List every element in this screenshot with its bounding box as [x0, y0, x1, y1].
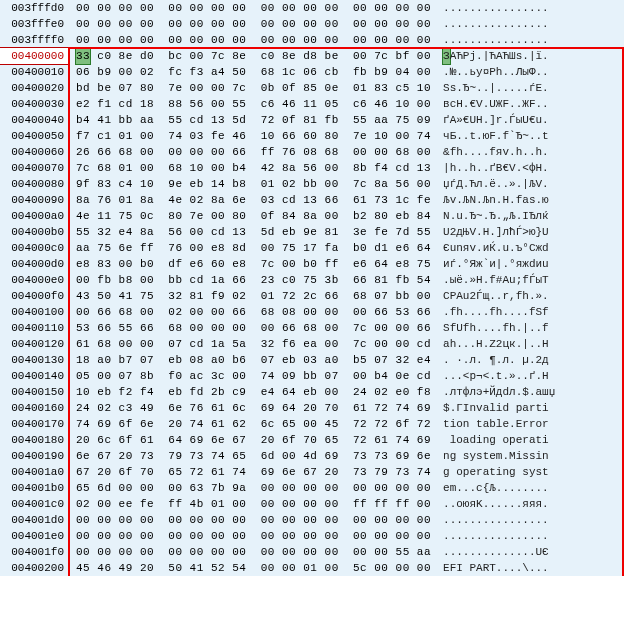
address-cell[interactable]: 00400190 [0, 448, 68, 464]
address-cell[interactable]: 00400160 [0, 400, 68, 416]
ascii-cell[interactable]: ................ [439, 18, 549, 30]
hex-row[interactable]: 0040006026 66 68 00 00 00 00 66 ff 76 08… [0, 144, 624, 160]
hex-bytes[interactable]: 00 00 00 00 00 00 00 00 00 00 00 00 00 0… [68, 546, 439, 558]
address-cell[interactable]: 003ffff0 [0, 32, 68, 48]
hex-row[interactable]: 004001906e 67 20 73 79 73 74 65 6d 00 4d… [0, 448, 624, 464]
ascii-cell[interactable]: Єunяv.иЌ.u.ъ°Сжd [439, 242, 549, 254]
hex-bytes[interactable]: 00 66 68 00 02 00 00 66 68 08 00 00 00 6… [68, 306, 439, 318]
ascii-cell[interactable]: .лтфлэ+Йдdл.$.ашџ [439, 386, 555, 398]
hex-row[interactable]: 0040010000 66 68 00 02 00 00 66 68 08 00… [0, 304, 624, 320]
hex-bytes[interactable]: 10 eb f2 f4 eb fd 2b c9 e4 64 eb 00 24 0… [68, 386, 439, 398]
ascii-cell[interactable]: ...<р¬<.t.»..ґ.Н [439, 370, 549, 382]
ascii-cell[interactable]: ................ [439, 530, 549, 542]
ascii-cell[interactable]: em...c{Љ........ [439, 482, 549, 494]
hex-bytes[interactable]: 33 c0 8e d0 bc 00 7c 8e c0 8e d8 be 00 7… [68, 50, 439, 62]
address-cell[interactable]: 004000a0 [0, 208, 68, 224]
address-cell[interactable]: 00400080 [0, 176, 68, 192]
address-cell[interactable]: 00400140 [0, 368, 68, 384]
hex-bytes[interactable]: 26 66 68 00 00 00 00 66 ff 76 08 68 00 0… [68, 146, 439, 158]
address-cell[interactable]: 003fffd0 [0, 0, 68, 16]
hex-row[interactable]: 004000a04e 11 75 0c 80 7e 00 80 0f 84 8a… [0, 208, 624, 224]
hex-bytes[interactable]: e2 f1 cd 18 88 56 00 55 c6 46 11 05 c6 4… [68, 98, 439, 110]
address-cell[interactable]: 00400050 [0, 128, 68, 144]
address-cell[interactable]: 004001a0 [0, 464, 68, 480]
address-cell[interactable]: 00400040 [0, 112, 68, 128]
hex-bytes[interactable]: 24 02 c3 49 6e 76 61 6c 69 64 20 70 61 7… [68, 402, 439, 414]
hex-row[interactable]: 004000e000 fb b8 00 bb cd 1a 66 23 c0 75… [0, 272, 624, 288]
hex-row[interactable]: 0040012061 68 00 00 07 cd 1a 5a 32 f6 ea… [0, 336, 624, 352]
hex-bytes[interactable]: 8a 76 01 8a 4e 02 8a 6e 03 cd 13 66 61 7… [68, 194, 439, 206]
ascii-cell[interactable]: ..............UЄ [439, 546, 549, 558]
ascii-cell[interactable]: ґA»€UН.]r.ЃыU€u. [439, 114, 549, 126]
hex-bytes[interactable]: 05 00 07 8b f0 ac 3c 00 74 09 bb 07 00 b… [68, 370, 439, 382]
hex-bytes[interactable]: 18 a0 b7 07 eb 08 a0 b6 07 eb 03 a0 b5 0… [68, 354, 439, 366]
ascii-cell[interactable]: g operating syst [439, 466, 549, 478]
hex-row[interactable]: 0040015010 eb f2 f4 eb fd 2b c9 e4 64 eb… [0, 384, 624, 400]
hex-bytes[interactable]: aa 75 6e ff 76 00 e8 8d 00 75 17 fa b0 d… [68, 242, 439, 254]
hex-bytes[interactable]: 67 20 6f 70 65 72 61 74 69 6e 67 20 73 7… [68, 466, 439, 478]
hex-row[interactable]: 004001e000 00 00 00 00 00 00 00 00 00 00… [0, 528, 624, 544]
hex-row[interactable]: 00400040b4 41 bb aa 55 cd 13 5d 72 0f 81… [0, 112, 624, 128]
hex-bytes[interactable]: 06 b9 00 02 fc f3 a4 50 68 1c 06 cb fb b… [68, 66, 439, 78]
hex-bytes[interactable]: 61 68 00 00 07 cd 1a 5a 32 f6 ea 00 7c 0… [68, 338, 439, 350]
address-cell[interactable]: 003fffe0 [0, 16, 68, 32]
ascii-cell[interactable]: $.ГInvalid parti [439, 402, 549, 414]
hex-row[interactable]: 0040011053 66 55 66 68 00 00 00 00 66 68… [0, 320, 624, 336]
ascii-cell[interactable]: ah...Н.Z2цк.|..Н [439, 338, 549, 350]
address-cell[interactable]: 004000e0 [0, 272, 68, 288]
address-cell[interactable]: 00400180 [0, 432, 68, 448]
hex-bytes[interactable]: 00 00 00 00 00 00 00 00 00 00 00 00 00 0… [68, 2, 439, 14]
hex-row[interactable]: 0040013018 a0 b7 07 eb 08 a0 b6 07 eb 03… [0, 352, 624, 368]
hex-row[interactable]: 004000707c 68 01 00 68 10 00 b4 42 8a 56… [0, 160, 624, 176]
ascii-cell[interactable]: Љv.ЉN.Љn.Н.fas.ю [439, 194, 549, 206]
hex-row[interactable]: 004001c002 00 ee fe ff 4b 01 00 00 00 00… [0, 496, 624, 512]
hex-row[interactable]: 0040000033 c0 8e d0 bc 00 7c 8e c0 8e d8… [0, 48, 624, 64]
address-cell[interactable]: 00400130 [0, 352, 68, 368]
hex-row[interactable]: 0040001006 b9 00 02 fc f3 a4 50 68 1c 06… [0, 64, 624, 80]
hex-row[interactable]: 004000c0aa 75 6e ff 76 00 e8 8d 00 75 17… [0, 240, 624, 256]
address-cell[interactable]: 004001b0 [0, 480, 68, 496]
ascii-cell[interactable]: Sѕ.Ђ~..|.....ѓЕ. [439, 82, 549, 94]
ascii-cell[interactable]: .ыё.»Н.f#Au;fЃыT [439, 274, 549, 286]
hex-bytes[interactable]: 6e 67 20 73 79 73 74 65 6d 00 4d 69 73 7… [68, 450, 439, 462]
address-cell[interactable]: 00400150 [0, 384, 68, 400]
hex-bytes[interactable]: 65 6d 00 00 00 63 7b 9a 00 00 00 00 00 0… [68, 482, 439, 494]
ascii-cell[interactable]: чБ..t.юF.f`Ђ~..t [439, 130, 549, 142]
ascii-cell[interactable]: CPAu2Ѓщ..r,fh.». [439, 290, 549, 302]
hex-row[interactable]: 004001f000 00 00 00 00 00 00 00 00 00 00… [0, 544, 624, 560]
address-cell[interactable]: 004000b0 [0, 224, 68, 240]
hex-row[interactable]: 003fffe000 00 00 00 00 00 00 00 00 00 00… [0, 16, 624, 32]
address-cell[interactable]: 00400060 [0, 144, 68, 160]
address-cell[interactable]: 00400010 [0, 64, 68, 80]
hex-row[interactable]: 00400050f7 c1 01 00 74 03 fe 46 10 66 60… [0, 128, 624, 144]
hex-row[interactable]: 003fffd000 00 00 00 00 00 00 00 00 00 00… [0, 0, 624, 16]
ascii-cell[interactable]: |h..h..ґB€V.<фН. [439, 162, 549, 174]
ascii-cell[interactable]: всН.€V.UЖF..ЖF.. [439, 98, 549, 110]
address-cell[interactable]: 004001e0 [0, 528, 68, 544]
address-cell[interactable]: 004000d0 [0, 256, 68, 272]
ascii-cell[interactable]: U2дЊV.Н.]лћЃ>ю}U [439, 226, 549, 238]
hex-bytes[interactable]: f7 c1 01 00 74 03 fe 46 10 66 60 80 7e 1… [68, 130, 439, 142]
address-cell[interactable]: 004000c0 [0, 240, 68, 256]
hex-row[interactable]: 00400030e2 f1 cd 18 88 56 00 55 c6 46 11… [0, 96, 624, 112]
ascii-cell[interactable]: ng system.Missin [439, 450, 549, 462]
ascii-cell[interactable]: .fh....fh....fSf [439, 306, 549, 318]
address-cell[interactable]: 004001d0 [0, 512, 68, 528]
hex-row[interactable]: 003ffff000 00 00 00 00 00 00 00 00 00 00… [0, 32, 624, 48]
ascii-cell[interactable]: ................ [439, 514, 549, 526]
address-cell[interactable]: 00400110 [0, 320, 68, 336]
hex-bytes[interactable]: 20 6c 6f 61 64 69 6e 67 20 6f 70 65 72 6… [68, 434, 439, 446]
hex-bytes[interactable]: 00 00 00 00 00 00 00 00 00 00 00 00 00 0… [68, 18, 439, 30]
hex-bytes[interactable]: 53 66 55 66 68 00 00 00 00 66 68 00 7c 0… [68, 322, 439, 334]
hex-bytes[interactable]: 74 69 6f 6e 20 74 61 62 6c 65 00 45 72 7… [68, 418, 439, 430]
hex-row[interactable]: 0040020045 46 49 20 50 41 52 54 00 00 01… [0, 560, 624, 576]
hex-row[interactable]: 004000d0e8 83 00 b0 df e6 60 e8 7c 00 b0… [0, 256, 624, 272]
hex-row[interactable]: 004000809f 83 c4 10 9e eb 14 b8 01 02 bb… [0, 176, 624, 192]
hex-bytes[interactable]: bd be 07 80 7e 00 00 7c 0b 0f 85 0e 01 8… [68, 82, 439, 94]
ascii-cell[interactable]: ................ [439, 2, 549, 14]
hex-bytes[interactable]: 43 50 41 75 32 81 f9 02 01 72 2c 66 68 0… [68, 290, 439, 302]
hex-row[interactable]: 004000f043 50 41 75 32 81 f9 02 01 72 2c… [0, 288, 624, 304]
hex-row[interactable]: 004001d000 00 00 00 00 00 00 00 00 00 00… [0, 512, 624, 528]
hex-bytes[interactable]: b4 41 bb aa 55 cd 13 5d 72 0f 81 fb 55 a… [68, 114, 439, 126]
address-cell[interactable]: 00400100 [0, 304, 68, 320]
